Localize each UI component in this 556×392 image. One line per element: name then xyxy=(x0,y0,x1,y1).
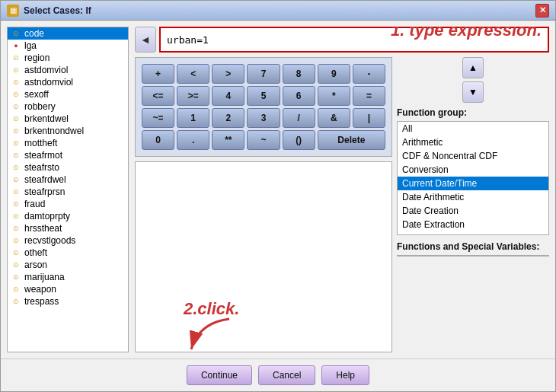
variable-name: code xyxy=(24,28,44,39)
cancel-button[interactable]: Cancel xyxy=(258,365,315,385)
continue-button[interactable]: Continue xyxy=(187,365,252,385)
variable-icon: ⊙ xyxy=(11,28,21,39)
calc-button-6[interactable]: 6 xyxy=(283,86,315,106)
calc-button---[interactable]: >= xyxy=(177,86,209,106)
function-group-item[interactable]: Date Extraction xyxy=(398,218,548,231)
variable-name: lga xyxy=(24,40,37,51)
scroll-down-button[interactable]: ▼ xyxy=(462,81,484,103)
variable-name: brkentdwel xyxy=(24,113,69,124)
calc-button-2[interactable]: 2 xyxy=(212,108,244,128)
variable-item[interactable]: ⊙steafrdwel xyxy=(8,174,128,186)
variable-item[interactable]: ⊙steafrmot xyxy=(8,149,128,161)
variable-item[interactable]: ⊙mottheft xyxy=(8,137,128,149)
variable-name: steafrmot xyxy=(24,150,62,161)
variable-name: weapon xyxy=(24,284,56,295)
calc-button--[interactable]: & xyxy=(318,108,350,128)
variable-item[interactable]: ⊙arson xyxy=(8,259,128,271)
variable-item[interactable]: ⊙fraud xyxy=(8,198,128,210)
functions-vars-list[interactable] xyxy=(397,255,549,257)
function-group-item[interactable]: Current Date/Time xyxy=(398,177,548,190)
calc-button-8[interactable]: 8 xyxy=(283,64,315,84)
calc-button-3[interactable]: 3 xyxy=(247,108,280,128)
variable-icon: ⊙ xyxy=(11,65,21,75)
variable-icon: ⊙ xyxy=(11,101,21,112)
calc-button--[interactable]: / xyxy=(283,108,315,128)
bottom-bar: Continue Cancel Help xyxy=(1,359,555,391)
calc-button--[interactable]: + xyxy=(142,64,174,84)
calc-button---[interactable]: <= xyxy=(142,86,174,106)
variable-name: otheft xyxy=(24,247,47,258)
variable-icon: ⊙ xyxy=(11,150,21,161)
transfer-arrow-button[interactable]: ◄ xyxy=(135,27,156,53)
variable-item[interactable]: ⊙brkentnondwel xyxy=(8,125,128,137)
calc-button--[interactable]: > xyxy=(212,64,244,84)
calc-button---[interactable]: () xyxy=(283,130,315,150)
function-group-item[interactable]: Conversion xyxy=(398,163,548,177)
variable-name: damtoprpty xyxy=(24,211,70,221)
variable-name: trespass xyxy=(24,296,59,307)
variable-item[interactable]: ⊙marijuana xyxy=(8,271,128,283)
calc-button--[interactable]: * xyxy=(318,86,350,106)
function-group-item[interactable]: Arithmetic xyxy=(398,135,548,149)
variable-item[interactable]: ⊙sexoff xyxy=(8,88,128,100)
variable-item[interactable]: ⊙trespass xyxy=(8,295,128,308)
calc-button-4[interactable]: 4 xyxy=(212,86,244,106)
variable-name: mottheft xyxy=(24,138,57,148)
variable-icon: ⊙ xyxy=(11,272,21,282)
variable-name: steafrsto xyxy=(24,162,59,173)
main-window: ▦ Select Cases: If ✕ ⊙code●lga⊙region⊙as… xyxy=(0,0,556,392)
calc-button--[interactable]: . xyxy=(177,130,209,150)
title-bar-left: ▦ Select Cases: If xyxy=(7,5,91,17)
calc-button--[interactable]: = xyxy=(353,86,385,106)
function-group-item[interactable]: CDF & Noncentral CDF xyxy=(398,149,548,163)
variable-list[interactable]: ⊙code●lga⊙region⊙astdomviol⊙astndomviol⊙… xyxy=(7,27,129,352)
function-group-item[interactable]: Date Creation xyxy=(398,204,548,218)
variable-item[interactable]: ⊙brkentdwel xyxy=(8,113,128,125)
calc-button---[interactable]: ** xyxy=(212,130,244,150)
calc-button-9[interactable]: 9 xyxy=(318,64,350,84)
variable-icon: ⊙ xyxy=(11,296,21,307)
variable-name: marijuana xyxy=(24,272,65,282)
calc-button-7[interactable]: 7 xyxy=(247,64,280,84)
variable-item[interactable]: ⊙region xyxy=(8,52,128,64)
variable-item[interactable]: ⊙hrsstheat xyxy=(8,222,128,234)
calc-button---[interactable]: ~= xyxy=(142,108,174,128)
calc-button--[interactable]: - xyxy=(353,64,385,84)
variable-icon: ⊙ xyxy=(11,247,21,258)
variable-item[interactable]: ⊙damtoprpty xyxy=(8,210,128,222)
window-title: Select Cases: If xyxy=(24,5,91,16)
help-button[interactable]: Help xyxy=(321,365,369,385)
expression-input[interactable] xyxy=(159,27,549,53)
variable-item[interactable]: ⊙code xyxy=(8,27,128,40)
function-group-item[interactable]: Date Arithmetic xyxy=(398,190,548,204)
variable-icon: ⊙ xyxy=(11,223,21,234)
variable-name: brkentnondwel xyxy=(24,126,84,136)
function-group-label: Function group: xyxy=(397,107,549,118)
calc-button--[interactable]: ~ xyxy=(247,130,280,150)
scroll-area: ▲ ▼ xyxy=(397,57,549,103)
calc-button-5[interactable]: 5 xyxy=(247,86,280,106)
calc-button-1[interactable]: 1 xyxy=(177,108,209,128)
variable-icon: ⊙ xyxy=(11,235,21,246)
function-group-item[interactable]: All xyxy=(398,122,548,135)
variable-item[interactable]: ⊙recvstlgoods xyxy=(8,234,128,247)
scroll-up-button[interactable]: ▲ xyxy=(462,57,484,78)
variable-icon: ⊙ xyxy=(11,77,21,88)
variable-icon: ⊙ xyxy=(11,284,21,295)
variable-item[interactable]: ⊙weapon xyxy=(8,283,128,295)
function-group-list[interactable]: AllArithmeticCDF & Noncentral CDFConvers… xyxy=(397,121,549,235)
variable-item[interactable]: ⊙astndomviol xyxy=(8,76,128,88)
variable-item[interactable]: ●lga xyxy=(8,40,128,52)
left-panel: ⊙code●lga⊙region⊙astdomviol⊙astndomviol⊙… xyxy=(7,27,129,352)
close-button[interactable]: ✕ xyxy=(535,4,549,18)
variable-item[interactable]: ⊙steafrsto xyxy=(8,161,128,174)
variable-item[interactable]: ⊙steafrprsn xyxy=(8,186,128,198)
variable-item[interactable]: ⊙otheft xyxy=(8,247,128,259)
variable-item[interactable]: ⊙robbery xyxy=(8,100,128,113)
calc-button-0[interactable]: 0 xyxy=(142,130,174,150)
calc-button-delete[interactable]: Delete xyxy=(318,130,385,150)
calc-button--[interactable]: | xyxy=(353,108,385,128)
variable-item[interactable]: ⊙astdomviol xyxy=(8,64,128,76)
calculator: +<>789-<=>=456*=~=123/&|0.**~()Delete xyxy=(135,57,392,157)
calc-button--[interactable]: < xyxy=(177,64,209,84)
